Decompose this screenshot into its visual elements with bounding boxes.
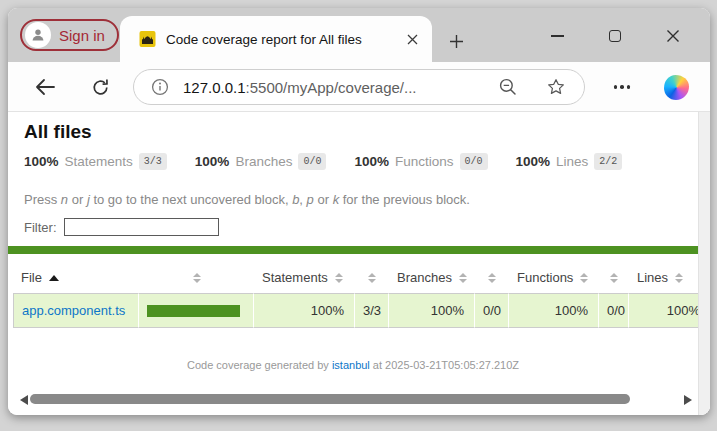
arrow-left-icon <box>34 77 56 97</box>
site-info-icon[interactable] <box>148 75 172 99</box>
url-path: :5500/myApp/coverage/... <box>246 79 417 96</box>
metric-pct: 100% <box>516 154 551 169</box>
metric-fraction: 0/0 <box>460 153 488 170</box>
dot <box>614 85 618 89</box>
file-link[interactable]: app.component.ts <box>22 303 125 318</box>
sorter-icon <box>610 273 618 283</box>
metric-lines: 100% Lines 2/2 <box>516 153 623 170</box>
horizontal-scrollbar-thumb[interactable] <box>30 394 630 404</box>
navigation-bar: 127.0.0.1:5500/myApp/coverage/... <box>8 62 710 112</box>
sort-ascending-icon <box>49 275 59 281</box>
coverage-table: File Statements <box>13 262 698 328</box>
maximize-icon <box>609 30 621 42</box>
sorter-icon <box>459 273 467 283</box>
metric-pct: 100% <box>24 154 59 169</box>
header-branches[interactable]: Branches <box>389 262 475 293</box>
window-maximize-button[interactable] <box>600 21 630 51</box>
report-footer: Code coverage generated by istanbul at 2… <box>8 359 698 371</box>
filter-label: Filter: <box>24 220 57 235</box>
dot <box>627 85 631 89</box>
horizontal-scrollbar <box>8 393 698 407</box>
sorter-icon <box>488 273 496 283</box>
cell-file: app.component.ts <box>13 293 139 328</box>
metric-label: Functions <box>395 154 454 169</box>
coverage-bar-fill <box>147 305 240 317</box>
cell-branches-frac: 0/0 <box>475 293 509 328</box>
favorites-star-icon[interactable] <box>544 75 568 99</box>
header-label: File <box>21 270 42 285</box>
metric-fraction: 0/0 <box>298 153 326 170</box>
browser-window: Sign in Code coverage report for All fil… <box>8 8 710 415</box>
header-lines[interactable]: Lines <box>629 262 698 293</box>
back-button[interactable] <box>31 73 59 101</box>
zoom-out-icon[interactable] <box>496 75 520 99</box>
close-icon <box>666 29 680 43</box>
window-close-button[interactable] <box>658 21 688 51</box>
url-text[interactable]: 127.0.0.1:5500/myApp/coverage/... <box>183 79 496 96</box>
cell-coverage-bar <box>139 293 254 328</box>
cell-lines-pct: 100% <box>629 293 698 328</box>
table-header-row: File Statements <box>13 262 698 293</box>
istanbul-link[interactable]: istanbul <box>332 359 370 371</box>
metric-label: Statements <box>65 154 133 169</box>
header-functions-frac-sorter[interactable] <box>599 262 629 293</box>
header-pic-sorter[interactable] <box>139 262 254 293</box>
scroll-left-arrow-icon[interactable] <box>20 395 28 405</box>
metric-fraction: 3/3 <box>139 153 167 170</box>
browser-tab[interactable]: Code coverage report for All files <box>120 16 432 62</box>
vertical-scrollbar[interactable] <box>698 112 710 415</box>
address-bar[interactable]: 127.0.0.1:5500/myApp/coverage/... <box>133 69 585 105</box>
coverage-bar-track <box>147 305 240 317</box>
refresh-icon <box>90 77 111 98</box>
refresh-button[interactable] <box>86 73 114 101</box>
profile-avatar-icon <box>25 22 51 48</box>
filter-input[interactable] <box>64 218 219 236</box>
cell-statements-frac: 3/3 <box>355 293 389 328</box>
header-functions[interactable]: Functions <box>509 262 599 293</box>
coverage-report-page: All files 100% Statements 3/3 100% Branc… <box>8 112 710 415</box>
table-row: app.component.ts 100% 3/3 100% 0/0 100% … <box>13 293 698 328</box>
sorter-icon <box>675 273 683 283</box>
footer-prefix: Code coverage generated by <box>187 359 332 371</box>
sign-in-button[interactable]: Sign in <box>20 19 119 51</box>
footer-timestamp: at 2025-03-21T05:05:27.210Z <box>370 359 519 371</box>
metric-functions: 100% Functions 0/0 <box>354 153 487 170</box>
cell-functions-frac: 0/0 <box>599 293 629 328</box>
metric-fraction: 2/2 <box>594 153 622 170</box>
header-label: Statements <box>262 270 328 285</box>
header-statements[interactable]: Statements <box>254 262 355 293</box>
header-file[interactable]: File <box>13 262 139 293</box>
dot <box>620 85 624 89</box>
new-tab-button[interactable] <box>444 29 468 53</box>
header-statements-frac-sorter[interactable] <box>355 262 389 293</box>
tab-title: Code coverage report for All files <box>166 32 400 47</box>
window-minimize-button[interactable] <box>542 21 572 51</box>
metric-pct: 100% <box>354 154 389 169</box>
sorter-icon <box>335 273 343 283</box>
cell-statements-pct: 100% <box>254 293 355 328</box>
cell-branches-pct: 100% <box>389 293 475 328</box>
sign-in-label: Sign in <box>59 27 105 44</box>
metric-branches: 100% Branches 0/0 <box>195 153 327 170</box>
page-title: All files <box>24 121 92 143</box>
keyboard-hint: Press n or j to go to the next uncovered… <box>24 192 470 207</box>
metric-statements: 100% Statements 3/3 <box>24 153 167 170</box>
settings-menu-button[interactable] <box>608 73 636 101</box>
sorter-icon <box>193 273 201 283</box>
scroll-right-arrow-icon[interactable] <box>684 395 692 405</box>
copilot-icon[interactable] <box>664 75 689 100</box>
url-host: 127.0.0.1 <box>183 79 246 96</box>
coverage-table-container: File Statements <box>13 262 698 328</box>
header-label: Lines <box>637 270 668 285</box>
minimize-icon <box>551 35 564 37</box>
tab-close-icon[interactable] <box>400 27 424 51</box>
sorter-icon <box>368 273 376 283</box>
sorter-icon <box>580 273 588 283</box>
header-label: Branches <box>397 270 452 285</box>
header-branches-frac-sorter[interactable] <box>475 262 509 293</box>
metric-label: Lines <box>556 154 588 169</box>
coverage-status-line <box>8 246 698 254</box>
filter-row: Filter: <box>24 218 219 236</box>
metric-pct: 100% <box>195 154 230 169</box>
istanbul-favicon-icon <box>139 31 156 47</box>
